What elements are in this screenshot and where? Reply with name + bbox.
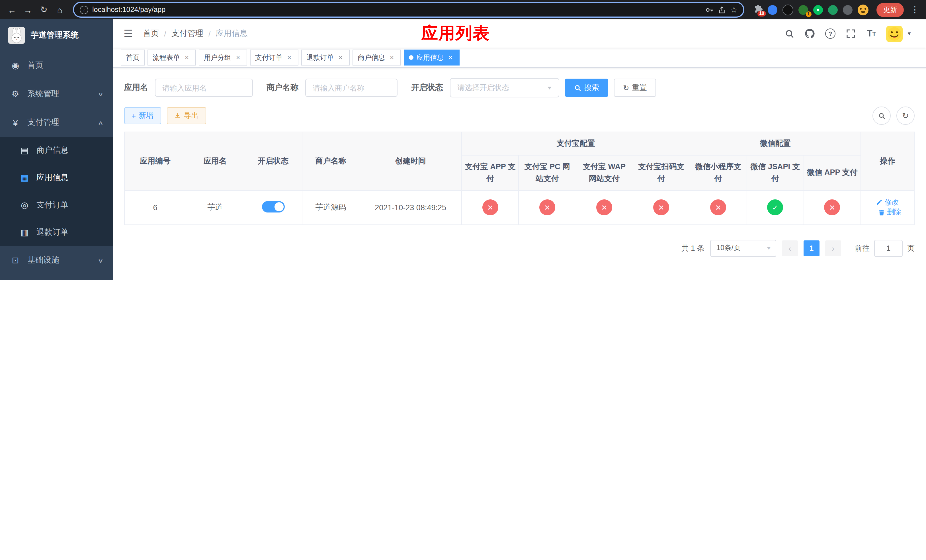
password-key-icon[interactable] [705,5,714,14]
chevron-down-icon: ∨ [97,257,103,263]
cell-created: 2021-10-23 08:49:25 [359,191,462,225]
tags-view: 首页 流程表单 × 用户分组 × 支付订单 × 退款订单 × 商户信息 × [113,48,926,68]
export-button[interactable]: 导出 [166,107,206,124]
address-bar[interactable]: i localhost:1024/pay/app ☆ [73,2,744,18]
payment-submenu: ▤ 商户信息 ▦ 应用信息 ◎ 支付订单 ▥ 退款订单 [0,137,113,246]
sidebar-item-app-info[interactable]: ▦ 应用信息 [0,164,113,191]
page-number-1[interactable]: 1 [803,241,820,256]
tab-home[interactable]: 首页 [121,50,145,65]
search-icon [878,112,885,120]
github-icon[interactable] [801,24,819,43]
sidebar-item-merchant-info[interactable]: ▤ 商户信息 [0,137,113,164]
alipay-qr-status-icon: ✕ [653,200,669,216]
col-header-alipay-qr: 支付宝扫码支付 [633,156,690,191]
refresh-table-button[interactable]: ↻ [896,106,915,125]
url-text[interactable]: localhost:1024/pay/app [92,6,165,14]
share-icon[interactable] [718,5,726,14]
help-icon[interactable]: ? [821,24,840,43]
font-size-icon[interactable]: TT [862,24,881,43]
extension-icon[interactable]: ● [813,5,823,15]
app-name-label: 应用名 [124,83,148,93]
extension-icon[interactable] [782,4,793,15]
sidebar-logo[interactable]: 芋道管理系统 [0,20,113,51]
sidebar-item-infrastructure[interactable]: ⊡ 基础设施 ∨ [0,246,113,275]
extension-icon[interactable] [828,5,838,15]
sidebar-item-label: 应用信息 [36,173,68,183]
delete-button-label: 删除 [887,207,901,217]
search-button[interactable]: 搜索 [565,79,608,97]
cell-alipay-pc: ✕ [519,191,576,225]
tab-label: 用户分组 [204,53,231,62]
goto-page-input[interactable] [874,240,903,257]
browser-profile-avatar[interactable] [858,4,869,15]
edit-button[interactable]: 修改 [876,198,899,207]
status-toggle[interactable] [262,201,284,212]
tab-close-icon[interactable]: × [388,53,396,62]
breadcrumb-payment[interactable]: 支付管理 [171,29,203,39]
prev-page-button[interactable]: ‹ [782,241,798,256]
cell-status [244,191,302,225]
search-icon[interactable] [780,24,799,43]
extension-icon[interactable] [768,5,777,15]
browser-home-button[interactable]: ⌂ [52,2,67,17]
tab-close-icon[interactable]: × [234,53,242,62]
tab-pay-orders[interactable]: 支付订单 × [250,50,298,65]
bookmark-star-icon[interactable]: ☆ [730,5,737,14]
tab-merchant-info[interactable]: 商户信息 × [353,50,401,65]
col-header-app-id: 应用编号 [124,132,186,191]
browser-forward-button[interactable]: → [21,2,35,17]
tab-label: 流程表单 [153,53,180,62]
extension-icon[interactable] [843,5,853,15]
user-caret-icon[interactable]: ▼ [906,31,912,36]
card-icon: ▤ [20,145,30,156]
tab-close-icon[interactable]: × [285,53,293,62]
sidebar-item-pay-orders[interactable]: ◎ 支付订单 [0,191,113,219]
col-header-wx-mini: 微信小程序支付 [690,156,747,191]
merchant-name-label: 商户名称 [266,83,298,93]
delete-button[interactable]: 删除 [878,207,901,217]
fullscreen-icon[interactable] [842,24,860,43]
navbar-actions: ? TT ▼ [780,24,917,43]
gear-icon: ⚙ [10,89,21,99]
breadcrumb-home[interactable]: 首页 [143,29,159,39]
tab-label: 退款订单 [306,53,334,62]
sidebar-item-home[interactable]: ◉ 首页 [0,51,113,80]
sidebar-item-dev-tools[interactable]: ⚒ 研发工具 ∨ [0,275,113,280]
browser-back-button[interactable]: ← [5,2,20,17]
tab-user-group[interactable]: 用户分组 × [199,50,247,65]
user-avatar[interactable] [886,25,903,42]
tab-close-icon[interactable]: × [183,53,191,62]
extension-icon[interactable]: 1 [799,5,808,15]
tab-refund-orders[interactable]: 退款订单 × [301,50,350,65]
app-name-input[interactable] [155,79,253,97]
page-size-select[interactable]: 10条/页 ▼ [710,240,776,257]
browser-update-button[interactable]: 更新 [876,3,904,17]
site-info-icon[interactable]: i [80,5,88,14]
extensions-puzzle-icon[interactable]: 10 [754,5,763,14]
browser-menu-icon[interactable]: ⋮ [908,5,921,15]
tab-close-icon[interactable]: × [446,53,454,62]
toggle-search-button[interactable] [873,106,891,125]
col-group-alipay: 支付宝配置 [462,132,690,156]
status-select[interactable]: 请选择开启状态 ▼ [450,78,559,97]
sidebar-item-payment[interactable]: ¥ 支付管理 ∧ [0,108,113,137]
hamburger-icon[interactable]: ☰ [121,27,135,40]
sidebar: 芋道管理系统 ◉ 首页 ⚙ 系统管理 ∨ ¥ 支付管理 ∧ ▤ 商户信息 ▦ 应… [0,20,113,280]
tab-close-icon[interactable]: × [337,53,345,62]
next-page-button[interactable]: › [825,241,841,256]
document-icon: ▥ [20,227,30,238]
tab-app-info[interactable]: 应用信息 × [404,50,460,65]
add-button[interactable]: + 新增 [124,107,161,124]
col-header-alipay-app: 支付宝 APP 支付 [462,156,519,191]
cell-wx-app: ✕ [804,191,861,225]
table-row: 6 芋道 芋道源码 2021-10-23 08:49:25 ✕ ✕ [124,191,914,225]
table-toolbar: + 新增 导出 ↻ [124,106,915,125]
sidebar-item-system[interactable]: ⚙ 系统管理 ∨ [0,80,113,108]
reset-button[interactable]: ↻ 重置 [614,79,656,97]
browser-reload-button[interactable]: ↻ [36,2,51,17]
merchant-name-input[interactable] [305,79,398,97]
sidebar-item-refund-orders[interactable]: ▥ 退款订单 [0,219,113,246]
page-title: 应用列表 [421,22,490,45]
tab-process-form[interactable]: 流程表单 × [147,50,196,65]
cell-app-id: 6 [124,191,186,225]
